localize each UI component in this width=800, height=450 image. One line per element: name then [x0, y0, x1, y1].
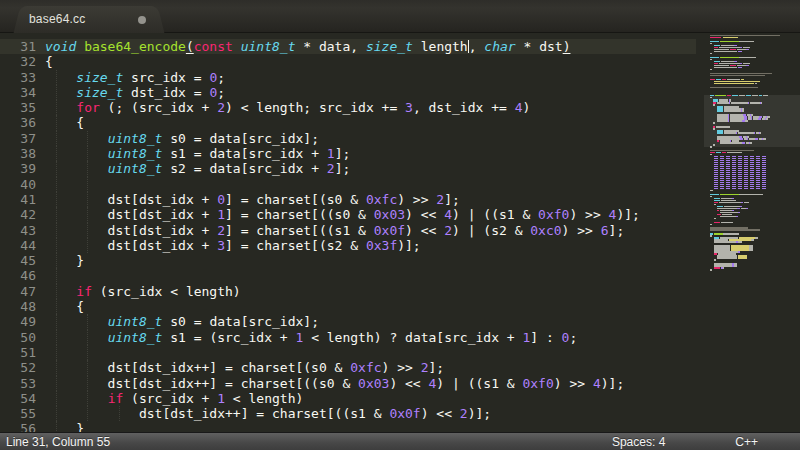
code-line[interactable]: 43 dst[dst_idx + 2] = charset[((s1 & 0x0…: [0, 223, 696, 238]
indent-guide: [87, 177, 88, 192]
indent-guide: [56, 223, 57, 238]
indent-guide: [56, 207, 57, 222]
code-line[interactable]: 45 }: [0, 253, 696, 268]
indent-setting[interactable]: Spaces: 4: [612, 435, 665, 449]
indent-guide: [87, 345, 88, 360]
code-line[interactable]: 42 dst[dst_idx + 1] = charset[((s0 & 0x0…: [0, 207, 696, 222]
code-line[interactable]: 55 dst[dst_idx++] = charset[((s1 & 0x0f)…: [0, 406, 696, 421]
line-number[interactable]: 43: [0, 223, 45, 238]
line-number[interactable]: 37: [0, 131, 45, 146]
code-text: [45, 177, 696, 192]
code-line[interactable]: 41 dst[dst_idx + 0] = charset[(s0 & 0xfc…: [0, 192, 696, 207]
code-line[interactable]: 52 dst[dst_idx++] = charset[(s0 & 0xfc) …: [0, 360, 696, 375]
tab-bar: base64.cc: [0, 0, 800, 33]
line-number[interactable]: 44: [0, 238, 45, 253]
line-number[interactable]: 51: [0, 345, 45, 360]
code-line[interactable]: 34 size_t dst_idx = 0;: [0, 85, 696, 100]
indent-guide: [87, 330, 88, 345]
indent-guide: [56, 192, 57, 207]
indent-guide: [56, 115, 57, 130]
code-text: if (src_idx + 1 < length): [45, 391, 696, 406]
status-bar: Line 31, Column 55 Spaces: 4 C++: [0, 432, 800, 450]
code-area[interactable]: 31void base64_encode(const uint8_t * dat…: [0, 33, 696, 432]
line-number[interactable]: 49: [0, 314, 45, 329]
line-number[interactable]: 55: [0, 406, 45, 421]
code-text: {: [45, 54, 696, 69]
line-number[interactable]: 32: [0, 54, 45, 69]
indent-guide: [56, 330, 57, 345]
line-number[interactable]: 54: [0, 391, 45, 406]
indent-guide: [56, 391, 57, 406]
minimap[interactable]: [696, 33, 800, 432]
code-text: [45, 345, 696, 360]
indent-guide: [56, 299, 57, 314]
line-number[interactable]: 39: [0, 161, 45, 176]
code-line[interactable]: 47 if (src_idx < length): [0, 284, 696, 299]
line-number[interactable]: 53: [0, 376, 45, 391]
indent-guide: [87, 391, 88, 406]
language-selector[interactable]: C++: [735, 435, 758, 449]
app-window: base64.cc 31void base64_encode(const uin…: [0, 0, 800, 450]
code-line[interactable]: 33 size_t src_idx = 0;: [0, 70, 696, 85]
code-text: }: [45, 421, 696, 432]
indent-guide: [56, 360, 57, 375]
indent-guide: [87, 161, 88, 176]
line-number[interactable]: 48: [0, 299, 45, 314]
line-number[interactable]: 45: [0, 253, 45, 268]
code-line[interactable]: 51: [0, 345, 696, 360]
code-line[interactable]: 35 for (; (src_idx + 2) < length; src_id…: [0, 100, 696, 115]
code-line[interactable]: 36 {: [0, 115, 696, 130]
code-text: uint8_t s0 = data[src_idx];: [45, 314, 696, 329]
code-line[interactable]: 44 dst[dst_idx + 3] = charset[(s2 & 0x3f…: [0, 238, 696, 253]
line-number[interactable]: 50: [0, 330, 45, 345]
indent-guide: [87, 376, 88, 391]
indent-guide: [87, 207, 88, 222]
indent-guide: [56, 100, 57, 115]
indent-guide: [56, 268, 57, 283]
line-number[interactable]: 40: [0, 177, 45, 192]
indent-guide: [56, 284, 57, 299]
indent-guide: [56, 314, 57, 329]
code-line[interactable]: 46: [0, 268, 696, 283]
code-line[interactable]: 49 uint8_t s0 = data[src_idx];: [0, 314, 696, 329]
code-line[interactable]: 50 uint8_t s1 = (src_idx + 1 < length) ?…: [0, 330, 696, 345]
code-text: dst[dst_idx + 2] = charset[((s1 & 0x0f) …: [45, 223, 696, 238]
line-number[interactable]: 33: [0, 70, 45, 85]
minimap-row: [710, 281, 796, 282]
code-text: }: [45, 253, 696, 268]
indent-guide: [87, 146, 88, 161]
line-number[interactable]: 35: [0, 100, 45, 115]
code-line[interactable]: 53 dst[dst_idx++] = charset[((s0 & 0x03)…: [0, 376, 696, 391]
code-line[interactable]: 38 uint8_t s1 = data[src_idx + 1];: [0, 146, 696, 161]
code-line[interactable]: 32{: [0, 54, 696, 69]
code-line[interactable]: 54 if (src_idx + 1 < length): [0, 391, 696, 406]
code-text: dst[dst_idx + 0] = charset[(s0 & 0xfc) >…: [45, 192, 696, 207]
indent-guide: [56, 421, 57, 432]
line-number[interactable]: 46: [0, 268, 45, 283]
line-number[interactable]: 42: [0, 207, 45, 222]
code-text: [45, 268, 696, 283]
code-text: uint8_t s2 = data[src_idx + 2];: [45, 161, 696, 176]
code-text: size_t dst_idx = 0;: [45, 85, 696, 100]
code-text: uint8_t s0 = data[src_idx];: [45, 131, 696, 146]
line-number[interactable]: 38: [0, 146, 45, 161]
code-line[interactable]: 31void base64_encode(const uint8_t * dat…: [0, 39, 696, 54]
code-text: {: [45, 299, 696, 314]
cursor-position[interactable]: Line 31, Column 55: [6, 435, 110, 449]
line-number[interactable]: 34: [0, 85, 45, 100]
line-number[interactable]: 36: [0, 115, 45, 130]
line-number[interactable]: 41: [0, 192, 45, 207]
indent-guide: [56, 177, 57, 192]
tab-base64cc[interactable]: base64.cc: [26, 6, 152, 33]
code-line[interactable]: 39 uint8_t s2 = data[src_idx + 2];: [0, 161, 696, 176]
code-line[interactable]: 48 {: [0, 299, 696, 314]
line-number[interactable]: 52: [0, 360, 45, 375]
indent-guide: [56, 146, 57, 161]
line-number[interactable]: 56: [0, 421, 45, 432]
line-number[interactable]: 47: [0, 284, 45, 299]
code-text: dst[dst_idx++] = charset[((s1 & 0x0f) <<…: [45, 406, 696, 421]
line-number[interactable]: 31: [0, 39, 45, 54]
code-line[interactable]: 40: [0, 177, 696, 192]
code-line[interactable]: 56 }: [0, 421, 696, 432]
code-line[interactable]: 37 uint8_t s0 = data[src_idx];: [0, 131, 696, 146]
